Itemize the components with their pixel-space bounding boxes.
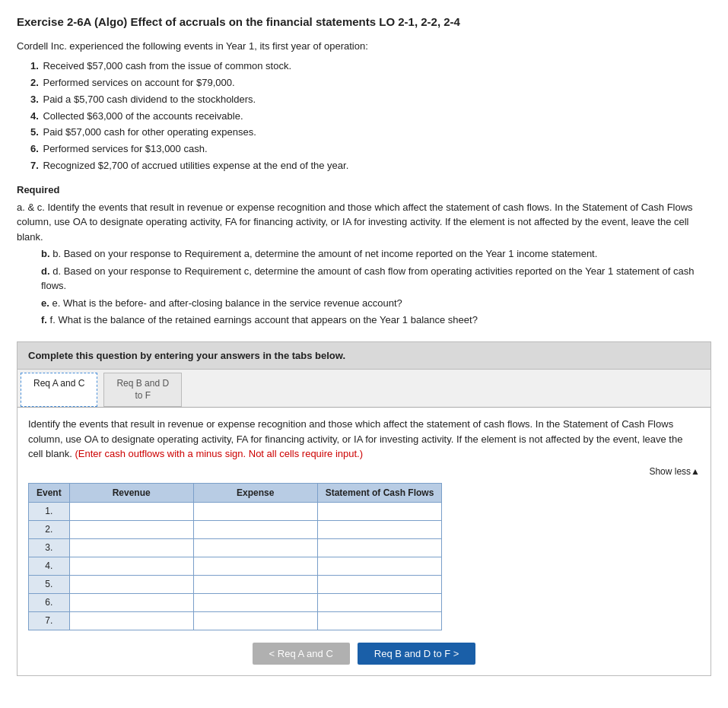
cashflows-input[interactable] — [323, 615, 437, 626]
tab-content: Identify the events that result in reven… — [17, 408, 711, 675]
cashflows-cell[interactable] — [317, 502, 442, 520]
req-d: d. d. Based on your response to Requirem… — [41, 264, 711, 294]
table-row: 1. — [29, 502, 442, 520]
table-row: 7. — [29, 611, 442, 630]
list-item: 3. Paid a $5,700 cash dividend to the st… — [30, 93, 711, 107]
expense-input[interactable] — [199, 524, 313, 535]
revenue-cell[interactable] — [69, 538, 193, 557]
event-cell: 1. — [29, 502, 70, 520]
expense-cell[interactable] — [193, 575, 317, 593]
expense-cell[interactable] — [193, 557, 317, 575]
list-item: 1. Received $57,000 cash from the issue … — [30, 59, 711, 74]
expense-input[interactable] — [199, 579, 313, 589]
cashflows-input[interactable] — [323, 560, 437, 571]
list-item: 7. Recognized $2,700 of accrued utilitie… — [30, 159, 711, 173]
cashflows-cell[interactable] — [317, 575, 442, 593]
tab-description: Identify the events that result in reven… — [28, 417, 700, 462]
revenue-input[interactable] — [75, 542, 189, 553]
event-num: 1. — [30, 60, 39, 71]
cashflows-input[interactable] — [323, 597, 437, 608]
col-revenue: Revenue — [69, 483, 193, 502]
cashflows-input[interactable] — [323, 506, 437, 516]
revenue-cell[interactable] — [69, 611, 193, 630]
page-title: Exercise 2-6A (Algo) Effect of accruals … — [17, 14, 711, 30]
revenue-input[interactable] — [75, 579, 189, 589]
event-cell: 5. — [29, 575, 70, 593]
event-text: Collected $63,000 of the accounts receiv… — [43, 110, 243, 122]
expense-input[interactable] — [199, 506, 313, 516]
req-f: f. f. What is the balance of the retaine… — [41, 313, 711, 328]
col-event: Event — [29, 483, 70, 502]
revenue-cell[interactable] — [69, 575, 193, 593]
event-cell: 6. — [29, 593, 70, 611]
event-cell: 7. — [29, 611, 70, 630]
event-cell: 2. — [29, 520, 70, 538]
cashflows-cell[interactable] — [317, 520, 442, 538]
table-row: 6. — [29, 593, 442, 611]
bottom-nav: < Req A and C Req B and D to F > — [28, 643, 700, 665]
list-item: 4. Collected $63,000 of the accounts rec… — [30, 110, 711, 124]
req-e: e. e. What is the before- and after-clos… — [41, 296, 711, 311]
cashflows-cell[interactable] — [317, 557, 442, 575]
expense-cell[interactable] — [193, 611, 317, 630]
list-item: 5. Paid $57,000 cash for other operating… — [30, 125, 711, 140]
expense-input[interactable] — [199, 542, 313, 553]
revenue-input[interactable] — [75, 597, 189, 608]
expense-cell[interactable] — [193, 502, 317, 520]
tabs-container: Req A and C Req B and D to F Identify th… — [17, 370, 711, 676]
req-ac: a. & c. Identify the events that result … — [17, 200, 711, 245]
expense-input[interactable] — [199, 597, 313, 608]
list-item: 2. Performed services on account for $79… — [30, 76, 711, 90]
revenue-input[interactable] — [75, 524, 189, 535]
revenue-cell[interactable] — [69, 502, 193, 520]
revenue-cell[interactable] — [69, 593, 193, 611]
expense-input[interactable] — [199, 560, 313, 571]
cashflows-input[interactable] — [323, 524, 437, 535]
cashflows-cell[interactable] — [317, 611, 442, 630]
event-cell: 3. — [29, 538, 70, 557]
expense-cell[interactable] — [193, 593, 317, 611]
cashflows-cell[interactable] — [317, 593, 442, 611]
event-text: Received $57,000 cash from the issue of … — [43, 60, 291, 71]
next-button[interactable]: Req B and D to F > — [358, 643, 476, 665]
prev-button[interactable]: < Req A and C — [253, 643, 350, 665]
event-text: Performed services for $13,000 cash. — [43, 143, 207, 154]
event-text: Paid $57,000 cash for other operating ex… — [43, 126, 256, 138]
cashflows-input[interactable] — [323, 542, 437, 553]
expense-cell[interactable] — [193, 538, 317, 557]
table-row: 5. — [29, 575, 442, 593]
event-num: 4. — [30, 110, 39, 122]
revenue-cell[interactable] — [69, 520, 193, 538]
table-row: 4. — [29, 557, 442, 575]
show-less[interactable]: Show less▲ — [28, 466, 700, 477]
col-expense: Expense — [193, 483, 317, 502]
revenue-input[interactable] — [75, 560, 189, 571]
req-b: b. b. Based on your response to Requirem… — [41, 246, 711, 262]
cashflows-cell[interactable] — [317, 538, 442, 557]
event-num: 5. — [30, 126, 39, 138]
tab-row: Req A and C Req B and D to F — [17, 370, 711, 408]
requirements-section: a. & c. Identify the events that result … — [17, 200, 711, 328]
event-num: 2. — [30, 77, 39, 88]
tab-req-ac[interactable]: Req A and C — [21, 373, 97, 407]
event-text: Recognized $2,700 of accrued utilities e… — [43, 160, 348, 171]
table-row: 3. — [29, 538, 442, 557]
event-text: Paid a $5,700 cash dividend to the stock… — [43, 94, 256, 105]
expense-cell[interactable] — [193, 520, 317, 538]
tab-req-bdf[interactable]: Req B and D to F — [103, 373, 182, 407]
intro-text: Cordell Inc. experienced the following e… — [17, 40, 711, 52]
revenue-input[interactable] — [75, 615, 189, 626]
event-text: Performed services on account for $79,00… — [43, 77, 234, 88]
tab-desc-red: (Enter cash outflows with a minus sign. … — [75, 448, 363, 459]
event-num: 7. — [30, 160, 39, 171]
revenue-input[interactable] — [75, 506, 189, 516]
data-table: Event Revenue Expense Statement of Cash … — [28, 483, 442, 630]
revenue-cell[interactable] — [69, 557, 193, 575]
events-list: 1. Received $57,000 cash from the issue … — [30, 59, 711, 173]
cashflows-input[interactable] — [323, 579, 437, 589]
complete-box: Complete this question by entering your … — [17, 341, 711, 370]
col-cashflows: Statement of Cash Flows — [317, 483, 442, 502]
list-item: 6. Performed services for $13,000 cash. — [30, 142, 711, 157]
required-label: Required — [17, 184, 711, 195]
expense-input[interactable] — [199, 615, 313, 626]
